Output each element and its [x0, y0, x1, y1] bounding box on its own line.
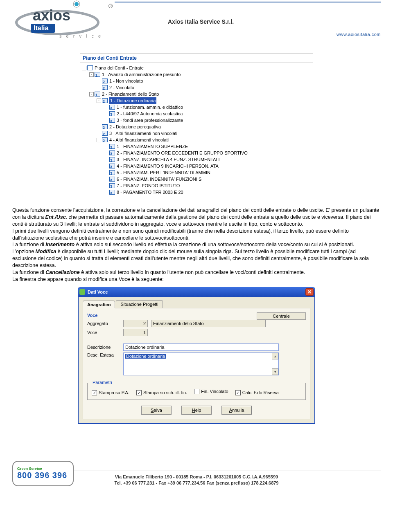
para3-b: è attiva solo sul secondo livello ed eff…	[76, 242, 354, 247]
label-descrizione: Descrizione	[87, 345, 120, 350]
tree-node-label: 1 - FINANZIAMENTO SUPPLENZE	[117, 143, 188, 150]
dialog-tabs: Anagrafico Situazione Progetti	[83, 300, 310, 308]
field-aggregato-desc: Finanziamenti dello Stato	[151, 320, 266, 327]
para5-a: La funzione di	[12, 269, 45, 275]
tree-node-label: 7 - FINANZ. FONDO ISTITUTO	[117, 182, 180, 189]
header-blue-rule	[115, 2, 381, 2]
tree-node[interactable]: -24 - Altri finanziamenti vincolati	[82, 137, 311, 143]
tree-level-icon: 1	[95, 92, 100, 97]
legend-parametri: Parametri	[91, 380, 114, 385]
tree-node[interactable]: 32 - FINANZIAMENTO ORE ECCEDENTI E GRUPP…	[82, 150, 311, 156]
tree-window-title: Piano dei Conti Entrate	[80, 54, 313, 63]
registered-mark: ®	[108, 3, 113, 9]
section-voce-label: Voce	[87, 313, 97, 318]
tree-node[interactable]: -12 - Finanziamenti dello Stato	[82, 91, 311, 97]
tree-node-label: 3 - Altri finanziamenti non vincolati	[109, 130, 177, 137]
tree-node-label: 1 - Dotazione ordinaria	[109, 97, 156, 104]
tree-node[interactable]: 32 - l.440/97 Autonomia scolastica	[82, 110, 311, 117]
dati-voce-dialog: Dati Voce ✕ Anagrafico Situazione Proget…	[78, 287, 315, 424]
scroll-down-icon[interactable]: ▾	[272, 368, 278, 375]
tree-body: -Piano dei Conti - Entrate-11 - Avanzo d…	[80, 63, 313, 199]
collapse-icon[interactable]: -	[97, 138, 101, 142]
para4-a: L'opzione	[12, 249, 36, 254]
help-button[interactable]: Help	[181, 406, 212, 415]
tree-node-label: 2 - Finanziamenti dello Stato	[102, 91, 159, 97]
dialog-title: Dati Voce	[88, 290, 305, 294]
tree-node-label: 6 - FINANZIAM. INDENNITA' FUNZIONI S	[117, 176, 201, 182]
document-body: Questa funzione consente l'acquisizione,…	[12, 207, 381, 283]
scroll-up-icon[interactable]: ▴	[272, 353, 278, 359]
tree-window: Piano dei Conti Entrate -Piano dei Conti…	[80, 53, 313, 199]
collapse-icon[interactable]: -	[82, 66, 86, 70]
tree-node-label: 3 - FINANZ. INCARICHI A 4 FUNZ. STRUMENT…	[117, 156, 220, 163]
tree-node[interactable]: 33 - fondi area professionalizzante	[82, 117, 311, 123]
para4-b: è disponibile su tutti i livelli; median…	[12, 249, 369, 268]
tree-node[interactable]: 34 - FINANZIAMENTO 9 INCARICHI PERSON. A…	[82, 163, 311, 169]
para6: La finestra che appare quando si modific…	[12, 276, 381, 283]
dialog-titlebar[interactable]: Dati Voce ✕	[78, 287, 315, 297]
collapse-icon[interactable]: -	[89, 92, 94, 97]
tree-node[interactable]: 22 - Vincolato	[82, 84, 311, 91]
tree-node[interactable]: 35 - FINANZIAM. PER L'INDENNITA' DI AMMI…	[82, 169, 311, 176]
para3-a: La funzione di	[12, 242, 45, 247]
tab-anagrafico[interactable]: Anagrafico	[83, 301, 115, 308]
svg-point-2	[75, 2, 79, 6]
page-footer: Green Service 800 396 396 Via Emanuele F…	[12, 457, 381, 494]
salva-button[interactable]: Salva	[141, 406, 172, 415]
tree-node[interactable]: 37 - FINANZ. FONDO ISTITUTO	[82, 182, 311, 189]
tree-node[interactable]: 36 - FINANZIAM. INDENNITA' FUNZIONI S	[82, 176, 311, 182]
tree-level-icon: 3	[109, 111, 115, 116]
tree-level-icon	[87, 65, 93, 70]
tree-level-icon: 1	[95, 72, 100, 77]
tree-level-icon: 3	[109, 164, 115, 168]
annulla-button[interactable]: Annulla	[221, 406, 252, 415]
header-grey-rule	[115, 28, 381, 28]
tree-node[interactable]: -Piano dei Conti - Entrate	[82, 65, 311, 71]
checkbox-calc-riserva[interactable]: ✓ Calc. F.do Riserva	[235, 390, 279, 395]
collapse-icon[interactable]: -	[97, 99, 101, 103]
checkbox-stampa-pa[interactable]: ✓ Stampa su P.A.	[92, 390, 129, 395]
tree-node[interactable]: 31 - FINANZIAMENTO SUPPLENZE	[82, 143, 311, 150]
tree-node[interactable]: -21 - Dotazione ordinaria	[82, 97, 311, 104]
para4-em: Modifica	[36, 249, 56, 254]
field-voce-code: 1	[123, 329, 148, 336]
tree-level-icon: 3	[109, 190, 115, 195]
tree-node[interactable]: 23 - Altri finanziamenti non vincolati	[82, 130, 311, 137]
tree-node-label: 5 - FINANZIAM. PER L'INDENNITA' DI AMMIN	[117, 169, 210, 176]
close-icon[interactable]: ✕	[305, 288, 314, 296]
checkbox-stampa-sch-label: Stampa su sch. ill. fin.	[143, 390, 187, 395]
footer-address: Via Emanuele Filiberto 190 - 00185 Roma …	[12, 474, 381, 480]
axios-logo-svg: axios Italia s e r v i c e ®	[12, 0, 115, 41]
tree-node[interactable]: 33 - FINANZ. INCARICHI A 4 FUNZ. STRUMEN…	[82, 156, 311, 163]
field-aggregato-code: 2	[123, 320, 148, 327]
page-header: axios Italia s e r v i c e ® Axios Itali…	[12, 0, 381, 45]
check-icon	[194, 389, 199, 394]
tree-level-icon: 2	[102, 85, 108, 90]
website-url: www.axiositalia.com	[337, 32, 381, 37]
tab-situazione-progetti[interactable]: Situazione Progetti	[116, 300, 163, 308]
tree-node-label: Piano dei Conti - Entrate	[95, 65, 144, 71]
para1-em: Ent./Usc.	[45, 214, 68, 220]
textarea-desc-estesa[interactable]: Dotazione ordinaria ▴ ▾	[123, 352, 279, 375]
tree-node-label: 2 - Dotazione perequativa	[109, 123, 161, 130]
tree-level-icon: 3	[109, 105, 115, 110]
collapse-icon[interactable]: -	[89, 72, 94, 77]
tree-node-label: 1 - Avanzo di amministrazione presunto	[102, 71, 181, 78]
label-desc-estesa: Desc. Estesa	[87, 352, 120, 357]
tree-level-icon: 3	[109, 150, 115, 155]
para3-em: Inserimento	[45, 242, 75, 247]
company-name: Axios Italia Service S.r.l.	[168, 18, 234, 25]
tree-node-label: 3 - fondi area professionalizzante	[117, 117, 183, 123]
tree-node[interactable]: 21 - Non vincolato	[82, 78, 311, 84]
tree-node[interactable]: -11 - Avanzo di amministrazione presunto	[82, 71, 311, 78]
checkbox-fin-vincolato[interactable]: Fin. Vincolato	[194, 389, 228, 394]
check-icon: ✓	[92, 390, 97, 395]
input-descrizione[interactable]: Dotazione ordinaria	[123, 343, 279, 351]
tree-level-icon: 2	[102, 79, 108, 83]
checkbox-fin-vincolato-label: Fin. Vincolato	[201, 389, 228, 394]
tree-node[interactable]: 31 - funzionam. ammin. e didattico	[82, 104, 311, 110]
checkbox-stampa-sch[interactable]: ✓ Stampa su sch. ill. fin.	[136, 390, 187, 395]
tree-node[interactable]: 38 - PAGAMENTO TFR 2003 E 20	[82, 189, 311, 195]
tree-level-icon: 3	[109, 183, 115, 188]
tree-node[interactable]: 22 - Dotazione perequativa	[82, 123, 311, 130]
